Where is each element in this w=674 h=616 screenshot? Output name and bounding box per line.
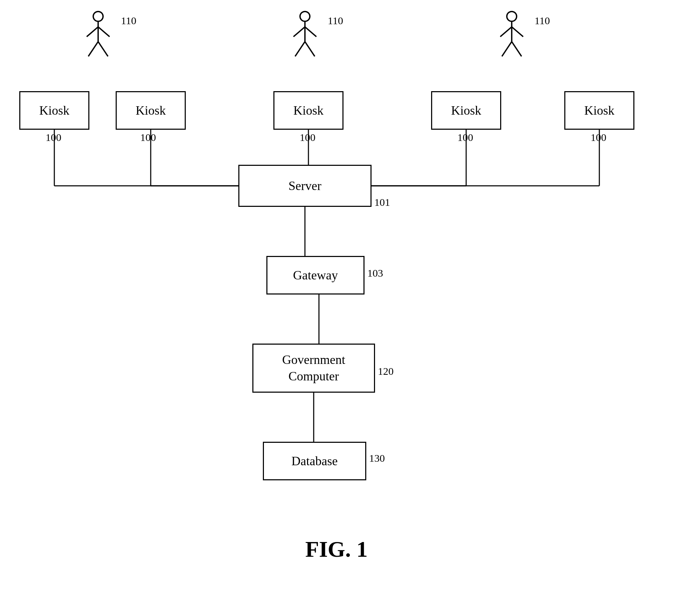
svg-line-16 bbox=[88, 42, 98, 56]
person-2 bbox=[287, 11, 322, 60]
person-3 bbox=[494, 11, 529, 60]
kiosk-5-label: Kiosk bbox=[584, 102, 614, 119]
kiosk-4: Kiosk bbox=[431, 91, 501, 130]
svg-line-22 bbox=[295, 42, 305, 56]
server-label: Server bbox=[288, 178, 321, 194]
person-1 bbox=[81, 11, 116, 60]
kiosk-4-label: Kiosk bbox=[451, 102, 481, 119]
person-icon-2 bbox=[287, 11, 322, 60]
svg-point-12 bbox=[93, 12, 103, 21]
person-3-ref: 110 bbox=[535, 15, 550, 27]
server-ref: 101 bbox=[374, 196, 390, 208]
svg-line-28 bbox=[502, 42, 512, 56]
kiosk-1: Kiosk bbox=[19, 91, 89, 130]
svg-line-20 bbox=[293, 27, 305, 37]
svg-line-26 bbox=[500, 27, 512, 37]
person-icon-3 bbox=[494, 11, 529, 60]
gov-computer-ref: 120 bbox=[378, 365, 394, 377]
kiosk-3-label: Kiosk bbox=[293, 102, 324, 119]
svg-line-17 bbox=[98, 42, 108, 56]
kiosk-1-label: Kiosk bbox=[39, 102, 69, 119]
kiosk-5: Kiosk bbox=[564, 91, 634, 130]
kiosk-5-ref: 100 bbox=[591, 131, 606, 143]
database-ref: 130 bbox=[369, 452, 385, 464]
person-1-ref: 110 bbox=[121, 15, 136, 27]
diagram: 110 110 110 Kiosk 100 Kiosk 100 bbox=[0, 0, 674, 616]
svg-line-29 bbox=[512, 42, 522, 56]
svg-point-24 bbox=[507, 12, 517, 21]
kiosk-4-ref: 100 bbox=[457, 131, 473, 143]
svg-line-23 bbox=[305, 42, 315, 56]
kiosk-1-ref: 100 bbox=[46, 131, 61, 143]
svg-line-14 bbox=[87, 27, 98, 37]
person-2-ref: 110 bbox=[328, 15, 343, 27]
kiosk-3-ref: 100 bbox=[300, 131, 315, 143]
person-icon-1 bbox=[81, 11, 116, 60]
kiosk-2-ref: 100 bbox=[140, 131, 156, 143]
database-label: Database bbox=[292, 453, 338, 469]
gateway-ref: 103 bbox=[367, 267, 383, 279]
svg-line-15 bbox=[98, 27, 110, 37]
gov-computer-label: Government Computer bbox=[282, 352, 345, 385]
server-node: Server bbox=[238, 165, 372, 207]
svg-line-27 bbox=[512, 27, 523, 37]
kiosk-2-label: Kiosk bbox=[136, 102, 166, 119]
gateway-node: Gateway bbox=[266, 256, 365, 295]
gov-computer-node: Government Computer bbox=[252, 344, 375, 393]
database-node: Database bbox=[263, 442, 366, 480]
kiosk-3: Kiosk bbox=[273, 91, 343, 130]
svg-point-18 bbox=[300, 12, 310, 21]
kiosk-2: Kiosk bbox=[116, 91, 186, 130]
gateway-label: Gateway bbox=[293, 267, 338, 284]
figure-caption: FIG. 1 bbox=[284, 536, 389, 562]
svg-line-21 bbox=[305, 27, 316, 37]
